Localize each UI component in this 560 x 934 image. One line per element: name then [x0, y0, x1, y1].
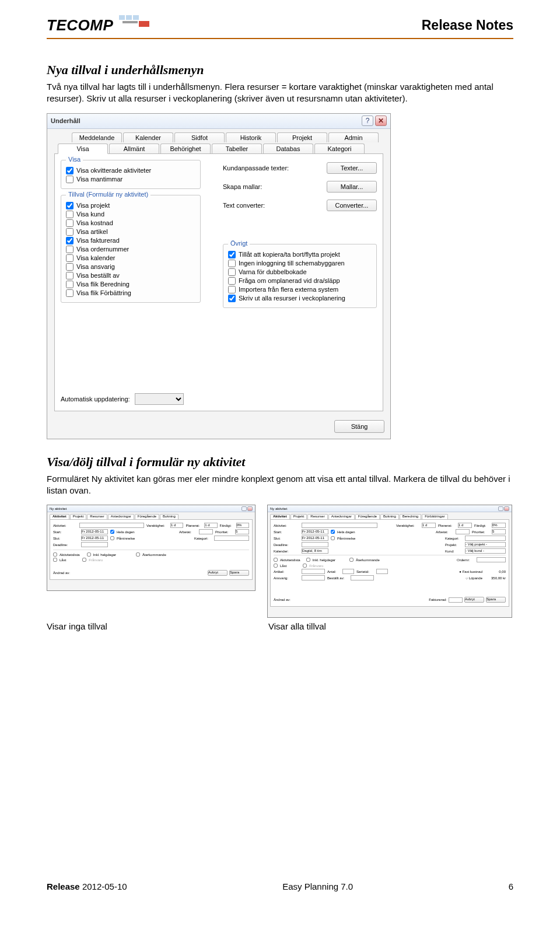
label: Kategori: [194, 537, 212, 540]
label: Låst [280, 564, 286, 568]
checkbox-label: Visa ansvarig [76, 263, 115, 270]
tab-projekt[interactable]: Projekt [277, 132, 327, 142]
footer-center: Easy Planning 7.0 [282, 881, 353, 891]
checkbox[interactable] [274, 564, 278, 568]
tab-tabeller[interactable]: Tabeller [212, 144, 262, 154]
footer-page-number: 6 [509, 881, 513, 891]
close-button[interactable]: Stäng [334, 420, 384, 433]
checkbox[interactable] [66, 254, 74, 262]
fieldset-ovrigt: Övrigt Tillåt att kopiera/ta bort/flytta… [223, 244, 377, 308]
close-icon[interactable]: ✕ [375, 116, 387, 126]
checkbox-label: Visa kund [76, 211, 104, 218]
save-button[interactable]: Spara [229, 570, 249, 576]
input[interactable]: 1 d [170, 523, 183, 528]
footer-release-label: Release [47, 881, 80, 891]
checkbox[interactable] [66, 281, 74, 288]
checkbox[interactable] [228, 295, 236, 302]
tab-historik[interactable]: Historik [226, 132, 276, 142]
checkbox[interactable] [110, 530, 114, 534]
mallar-button[interactable]: Mallar... [327, 181, 377, 193]
tab-visa[interactable]: Visa [58, 144, 108, 154]
checkbox[interactable] [66, 246, 74, 253]
close-icon[interactable] [247, 506, 253, 511]
checkbox[interactable] [228, 260, 236, 267]
select-auto-update[interactable] [135, 393, 184, 405]
label-auto-update: Automatisk uppdatering: [61, 396, 130, 403]
label: Kategori: [445, 537, 463, 540]
texter-button[interactable]: Texter... [327, 162, 377, 174]
cancel-button[interactable]: Avbryt [464, 597, 484, 603]
checkbox[interactable] [349, 558, 354, 562]
checkbox[interactable] [66, 167, 74, 174]
label: Planerat: [438, 524, 456, 527]
help-icon[interactable] [498, 506, 503, 511]
checkbox[interactable] [331, 536, 335, 540]
checkbox[interactable] [66, 263, 74, 271]
mini-title-a: Ny aktivitet [50, 507, 66, 510]
checkbox[interactable] [228, 277, 236, 285]
logo-text: TECOMP [47, 16, 113, 34]
label: Kundanpassade texter: [223, 165, 289, 172]
label: Inkl. helgdagar [93, 553, 116, 557]
converter-button[interactable]: Converter... [327, 200, 377, 211]
tab-allmänt[interactable]: Allmänt [109, 144, 159, 154]
label: Fakturerad: [429, 598, 447, 601]
tab-behörighet[interactable]: Behörighet [160, 144, 211, 154]
cancel-button[interactable]: Avbryt [208, 570, 228, 576]
mini-dialog-long: Ny aktivitet AktivitetProjektResurserAnt… [267, 505, 512, 618]
label: Beställt av: [327, 576, 348, 580]
checkbox[interactable] [228, 251, 236, 258]
fieldset-tillval: Tillval (Formulär ny aktivitet) Visa pro… [61, 195, 201, 303]
label: Deadline: [53, 543, 79, 547]
checkbox[interactable] [87, 552, 91, 557]
tab-admin[interactable]: Admin [328, 132, 379, 142]
label: Serietid: [356, 570, 374, 573]
checkbox[interactable] [82, 558, 86, 562]
checkbox-label: Visa kostnad [76, 219, 113, 226]
checkbox[interactable] [228, 268, 236, 276]
label: Aktivitetslista [280, 558, 300, 562]
checkbox[interactable] [66, 237, 74, 244]
checkbox-label: Visa ordernummer [76, 246, 129, 253]
label: Varaktighet: [396, 524, 419, 527]
checkbox-label: Varna för dubbelbokade [239, 268, 307, 275]
checkbox[interactable] [53, 552, 57, 557]
checkbox[interactable] [306, 558, 310, 562]
tab-databas[interactable]: Databas [263, 144, 313, 154]
checkbox[interactable] [66, 228, 74, 236]
checkbox[interactable] [66, 272, 74, 279]
checkbox[interactable] [274, 558, 278, 562]
label: Färdigt: [474, 524, 489, 527]
tab-meddelande[interactable]: Meddelande [72, 132, 122, 142]
label: Prioritet: [215, 530, 233, 534]
checkbox[interactable] [110, 536, 114, 540]
label: Påminnelse [117, 537, 135, 540]
tab-kategori[interactable]: Kategori [314, 144, 365, 154]
label: Slut: [53, 537, 79, 540]
tab-kalender[interactable]: Kalender [123, 132, 173, 142]
save-button[interactable]: Spara [486, 597, 506, 603]
dialog-titlebar: Underhåll ? ✕ [47, 114, 390, 129]
value: 350,00 kr [485, 576, 506, 580]
checkbox[interactable] [53, 558, 57, 562]
checkbox[interactable] [66, 289, 74, 297]
checkbox[interactable] [66, 211, 74, 218]
caption-long: Visar alla tillval [268, 621, 513, 631]
label: Antal: [327, 570, 340, 573]
checkbox[interactable] [66, 202, 74, 209]
dialog-underhall: Underhåll ? ✕ MeddelandeKalenderSidfotHi… [47, 113, 391, 439]
checkbox[interactable] [303, 564, 307, 568]
checkbox[interactable] [331, 530, 335, 534]
help-icon[interactable]: ? [362, 116, 373, 126]
heading-underhallsmeny: Nya tillval i underhållsmenyn [47, 62, 513, 78]
label: Planerat: [186, 524, 202, 527]
checkbox[interactable] [66, 176, 74, 183]
label: Återkommande [142, 553, 166, 557]
checkbox[interactable] [228, 286, 236, 293]
help-icon[interactable] [242, 506, 247, 511]
close-icon[interactable] [504, 506, 509, 511]
checkbox[interactable] [66, 219, 74, 227]
checkbox[interactable] [136, 552, 140, 557]
input[interactable]: Fr 2012-05-11 [81, 529, 108, 534]
tab-sidfot[interactable]: Sidfot [174, 132, 225, 142]
